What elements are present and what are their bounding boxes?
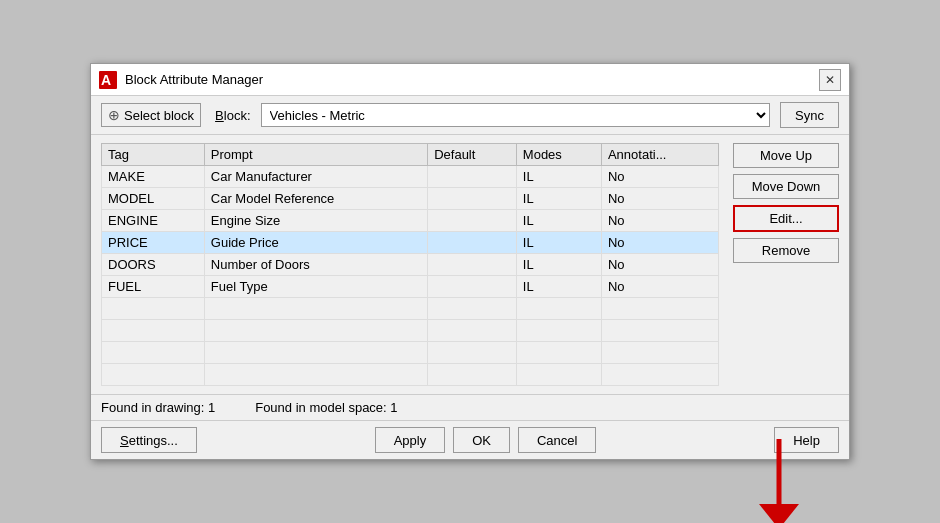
cell-prompt: Car Model Reference: [204, 188, 427, 210]
footer-right: Help: [774, 427, 839, 453]
cancel-button[interactable]: Cancel: [518, 427, 596, 453]
table-row[interactable]: PRICE Guide Price IL No: [102, 232, 719, 254]
table-row[interactable]: MODEL Car Model Reference IL No: [102, 188, 719, 210]
cell-tag: FUEL: [102, 276, 205, 298]
col-prompt: Prompt: [204, 144, 427, 166]
found-in-drawing: Found in drawing: 1: [101, 400, 215, 415]
cell-default: [428, 276, 517, 298]
col-modes: Modes: [516, 144, 601, 166]
cell-prompt: Fuel Type: [204, 276, 427, 298]
cell-default: [428, 166, 517, 188]
status-bar: Found in drawing: 1 Found in model space…: [91, 394, 849, 420]
remove-button[interactable]: Remove: [733, 238, 839, 263]
remove-label: Remove: [762, 243, 810, 258]
cell-tag: PRICE: [102, 232, 205, 254]
autocad-icon: A: [99, 71, 117, 89]
sync-button[interactable]: Sync: [780, 102, 839, 128]
svg-text:A: A: [101, 72, 111, 88]
cell-prompt: Engine Size: [204, 210, 427, 232]
table-empty-row: [102, 320, 719, 342]
cell-annotation: No: [601, 188, 718, 210]
table-row[interactable]: MAKE Car Manufacturer IL No: [102, 166, 719, 188]
cell-tag: MAKE: [102, 166, 205, 188]
plus-icon: ⊕: [108, 107, 120, 123]
cell-annotation: No: [601, 166, 718, 188]
cell-default: [428, 210, 517, 232]
table-row[interactable]: FUEL Fuel Type IL No: [102, 276, 719, 298]
ok-button[interactable]: OK: [453, 427, 510, 453]
cell-modes: IL: [516, 188, 601, 210]
select-block-button[interactable]: ⊕ Select block: [101, 103, 201, 127]
footer-row: Settings... Apply OK Cancel Help: [91, 420, 849, 459]
action-buttons-col: Move Up Move Down Edit... Remove: [729, 135, 849, 394]
edit-button[interactable]: Edit...: [733, 205, 839, 232]
cancel-label: Cancel: [537, 433, 577, 448]
move-down-button[interactable]: Move Down: [733, 174, 839, 199]
move-up-label: Move Up: [760, 148, 812, 163]
title-bar: A Block Attribute Manager ✕: [91, 64, 849, 96]
cell-default: [428, 254, 517, 276]
cell-modes: IL: [516, 210, 601, 232]
col-annotation: Annotati...: [601, 144, 718, 166]
ok-label: OK: [472, 433, 491, 448]
cell-annotation: No: [601, 210, 718, 232]
cell-annotation: No: [601, 232, 718, 254]
cell-default: [428, 188, 517, 210]
table-row[interactable]: DOORS Number of Doors IL No: [102, 254, 719, 276]
cell-prompt: Number of Doors: [204, 254, 427, 276]
cell-tag: MODEL: [102, 188, 205, 210]
close-button[interactable]: ✕: [819, 69, 841, 91]
settings-button[interactable]: Settings...: [101, 427, 197, 453]
table-area: Tag Prompt Default Modes Annotati... MAK…: [91, 135, 729, 394]
select-block-label: Select block: [124, 108, 194, 123]
cell-annotation: No: [601, 254, 718, 276]
footer-left: Settings...: [101, 427, 197, 453]
edit-label: Edit...: [769, 211, 802, 226]
block-field-label: Block:: [215, 108, 250, 123]
block-dropdown[interactable]: Vehicles - Metric: [261, 103, 771, 127]
attributes-table: Tag Prompt Default Modes Annotati... MAK…: [101, 143, 719, 386]
cell-modes: IL: [516, 232, 601, 254]
main-area: Tag Prompt Default Modes Annotati... MAK…: [91, 135, 849, 394]
table-empty-row: [102, 298, 719, 320]
cell-annotation: No: [601, 276, 718, 298]
cell-default: [428, 232, 517, 254]
apply-button[interactable]: Apply: [375, 427, 446, 453]
dialog-title: Block Attribute Manager: [125, 72, 263, 87]
col-default: Default: [428, 144, 517, 166]
sync-label: Sync: [795, 108, 824, 123]
block-attribute-manager-dialog: A Block Attribute Manager ✕ ⊕ Select blo…: [90, 63, 850, 460]
move-down-label: Move Down: [752, 179, 821, 194]
footer-center: Apply OK Cancel: [375, 427, 597, 453]
settings-label: Settings...: [120, 433, 178, 448]
table-empty-row: [102, 342, 719, 364]
cell-modes: IL: [516, 276, 601, 298]
table-header-row: Tag Prompt Default Modes Annotati...: [102, 144, 719, 166]
apply-label: Apply: [394, 433, 427, 448]
cell-prompt: Car Manufacturer: [204, 166, 427, 188]
svg-marker-3: [759, 504, 799, 523]
cell-prompt: Guide Price: [204, 232, 427, 254]
toolbar-row: ⊕ Select block Block: Vehicles - Metric …: [91, 96, 849, 135]
help-label: Help: [793, 433, 820, 448]
table-empty-row: [102, 364, 719, 386]
close-icon: ✕: [825, 73, 835, 87]
found-in-model: Found in model space: 1: [255, 400, 397, 415]
table-row[interactable]: ENGINE Engine Size IL No: [102, 210, 719, 232]
cell-tag: DOORS: [102, 254, 205, 276]
help-button[interactable]: Help: [774, 427, 839, 453]
title-bar-left: A Block Attribute Manager: [99, 71, 263, 89]
cell-tag: ENGINE: [102, 210, 205, 232]
move-up-button[interactable]: Move Up: [733, 143, 839, 168]
cell-modes: IL: [516, 254, 601, 276]
col-tag: Tag: [102, 144, 205, 166]
cell-modes: IL: [516, 166, 601, 188]
